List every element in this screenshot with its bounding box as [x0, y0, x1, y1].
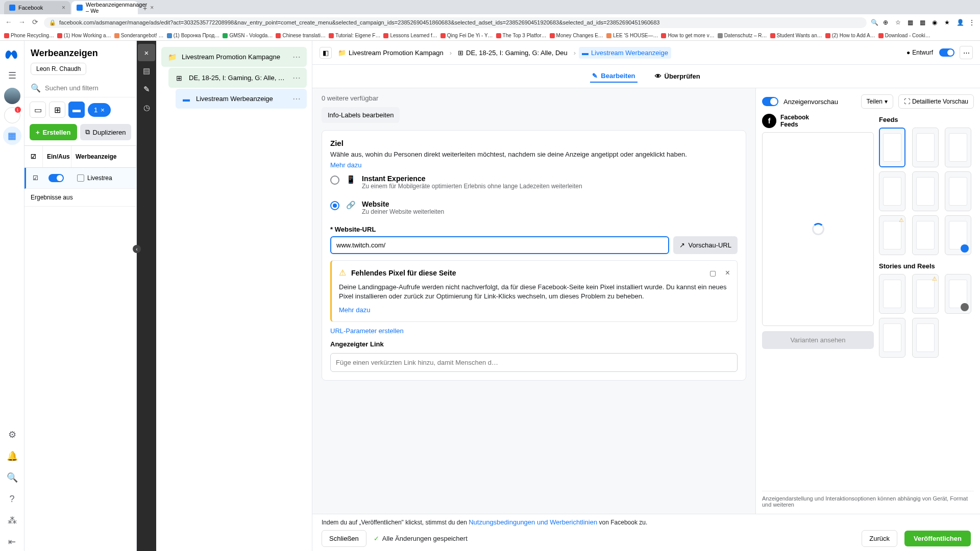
- preview-url-button[interactable]: ↗ Vorschau-URL: [673, 236, 738, 254]
- placement-thumb[interactable]: [912, 171, 939, 211]
- more-icon[interactable]: ⋯: [960, 46, 973, 59]
- placement-thumb[interactable]: ⚠: [912, 274, 939, 314]
- ziel-more-link[interactable]: Mehr dazu: [330, 161, 361, 169]
- more-icon[interactable]: ⋯: [292, 52, 301, 62]
- grid-view-icon[interactable]: ⊞: [49, 102, 65, 118]
- placement-thumb[interactable]: [879, 318, 905, 358]
- variants-button[interactable]: Varianten ansehen: [762, 331, 874, 349]
- placement-thumb[interactable]: [945, 171, 971, 211]
- forward-icon[interactable]: →: [17, 18, 27, 27]
- url-field[interactable]: 🔒 facebook.com/adsmanager/manage/ads/edi…: [44, 17, 867, 28]
- bookmark-item[interactable]: Student Wants an…: [770, 33, 822, 38]
- create-button[interactable]: + Erstellen: [30, 124, 77, 140]
- selection-count[interactable]: 1 ×: [88, 103, 111, 117]
- more-icon[interactable]: ⋯: [292, 73, 301, 83]
- placement-thumb[interactable]: ⚠: [879, 215, 905, 255]
- detailed-preview-button[interactable]: ⛶ Detaillierte Vorschau: [898, 94, 974, 109]
- star-icon[interactable]: ☆: [895, 19, 902, 26]
- bookmark-item[interactable]: (1) Воронка Прод…: [167, 33, 220, 38]
- browser-tab-adsmanager[interactable]: Werbeanzeigenmanager – We ×: [71, 1, 138, 14]
- notification-badge[interactable]: [4, 107, 20, 123]
- radio-website[interactable]: 🔗 Website Zu deiner Website weiterleiten: [330, 195, 738, 220]
- extension-icon[interactable]: ★: [944, 19, 951, 26]
- share-button[interactable]: Teilen ▾: [861, 94, 893, 109]
- settings-icon[interactable]: ⚙: [3, 425, 21, 444]
- row-toggle[interactable]: [48, 174, 64, 182]
- close-warning-icon[interactable]: ×: [725, 268, 730, 278]
- onoff-header[interactable]: Ein/Aus: [43, 146, 71, 167]
- help-icon[interactable]: ?: [3, 490, 21, 508]
- extension-icon[interactable]: ◉: [932, 19, 939, 26]
- row-checkbox[interactable]: ☑: [26, 168, 44, 188]
- radio-input[interactable]: [330, 176, 339, 185]
- placement-thumb[interactable]: [912, 215, 939, 255]
- reload-icon[interactable]: ⟳: [31, 18, 40, 27]
- extension-icon[interactable]: ▦: [908, 19, 915, 26]
- browser-tab-facebook[interactable]: Facebook ×: [4, 1, 70, 14]
- crumb-campaign[interactable]: 📁 Livestream Promotion Kampagn: [335, 47, 447, 59]
- bookmark-item[interactable]: Phone Recycling…: [4, 33, 54, 38]
- close-editor-icon[interactable]: ×: [138, 44, 155, 61]
- back-icon[interactable]: ←: [4, 18, 13, 27]
- menu-icon[interactable]: ⋮: [969, 19, 976, 26]
- ad-row[interactable]: ☑ Livestrea: [24, 168, 136, 189]
- bookmark-item[interactable]: Datenschutz – R…: [718, 33, 767, 38]
- tab-edit[interactable]: ✎ Bearbeiten: [590, 70, 637, 83]
- search-input[interactable]: [45, 84, 131, 92]
- tree-adset[interactable]: ⊞ DE, 18-25, I: Gaming, G: Alle, Deutsch…: [168, 68, 307, 88]
- back-button[interactable]: Zurück: [862, 530, 897, 547]
- ad-status-toggle[interactable]: [939, 48, 954, 57]
- zoom-icon[interactable]: 🔍: [871, 19, 878, 26]
- bookmark-item[interactable]: The Top 3 Platfor…: [496, 33, 547, 38]
- history-icon[interactable]: ◷: [138, 99, 155, 116]
- bookmark-item[interactable]: Chinese translati…: [276, 33, 325, 38]
- profile-icon[interactable]: 👤: [957, 19, 964, 26]
- placement-thumb[interactable]: [879, 171, 905, 211]
- radio-input[interactable]: [330, 201, 339, 210]
- crumb-ad[interactable]: ▬ Livestream Werbeanzeige: [579, 47, 671, 59]
- ads-manager-icon[interactable]: ▦: [3, 127, 21, 145]
- bookmark-item[interactable]: (2) How to Add A…: [825, 33, 875, 38]
- bookmark-item[interactable]: GMSN - Vologda…: [223, 33, 273, 38]
- search-icon[interactable]: 🔍: [3, 468, 21, 487]
- tab-review[interactable]: 👁 Überprüfen: [653, 70, 702, 83]
- meta-logo[interactable]: [4, 47, 20, 63]
- user-avatar[interactable]: [4, 88, 20, 104]
- bookmark-item[interactable]: Money Changes E…: [550, 33, 603, 38]
- warning-more-link[interactable]: Mehr dazu: [339, 306, 370, 314]
- radio-instant-experience[interactable]: 📱 Instant Experience Zu einem für Mobilg…: [330, 169, 738, 195]
- tab-close-icon[interactable]: ×: [62, 4, 65, 11]
- bug-icon[interactable]: ⁂: [3, 511, 21, 530]
- translate-icon[interactable]: ⊕: [883, 19, 890, 26]
- website-url-input[interactable]: [330, 236, 669, 254]
- placement-thumb[interactable]: [879, 128, 905, 167]
- bookmark-item[interactable]: Lessons Learned f…: [383, 33, 437, 38]
- close-button[interactable]: Schließen: [322, 530, 366, 547]
- placement-thumb[interactable]: [945, 215, 971, 255]
- bookmark-item[interactable]: LEE 'S HOUSE—…: [606, 33, 658, 38]
- placement-thumb[interactable]: [945, 128, 971, 167]
- placement-thumb[interactable]: [912, 128, 939, 167]
- feedback-icon[interactable]: ▢: [709, 269, 716, 277]
- chart-icon[interactable]: ▤: [138, 62, 155, 80]
- name-header[interactable]: Werbeanzeige: [71, 146, 136, 167]
- publish-button[interactable]: Veröffentlichen: [904, 531, 971, 546]
- preview-toggle[interactable]: [762, 97, 778, 106]
- placement-thumb[interactable]: [912, 318, 939, 358]
- crumb-adset[interactable]: ⊞ DE, 18-25, I: Gaming, G: Alle, Deu: [455, 47, 571, 59]
- tree-campaign[interactable]: 📁 Livestream Promotion Kampagne ⋯: [161, 47, 307, 67]
- collapse-icon[interactable]: ‹: [133, 245, 141, 253]
- edit-icon[interactable]: ✎: [138, 81, 155, 98]
- bookmark-item[interactable]: (1) How Working a…: [57, 33, 111, 38]
- placement-thumb[interactable]: [945, 274, 971, 314]
- collapse-icon[interactable]: ⇤: [3, 533, 21, 551]
- more-icon[interactable]: ⋯: [292, 94, 301, 104]
- bookmark-item[interactable]: Download - Cooki…: [878, 33, 930, 38]
- bell-icon[interactable]: 🔔: [3, 447, 21, 465]
- display-link-input[interactable]: [330, 353, 738, 372]
- list-view-icon[interactable]: ▬: [68, 102, 85, 118]
- placement-thumb[interactable]: [879, 274, 905, 314]
- terms-link[interactable]: Nutzungsbedingungen und Werberichtlinien: [469, 518, 597, 526]
- bookmark-item[interactable]: Sonderangebot! …: [114, 33, 164, 38]
- clear-icon[interactable]: ×: [101, 106, 105, 114]
